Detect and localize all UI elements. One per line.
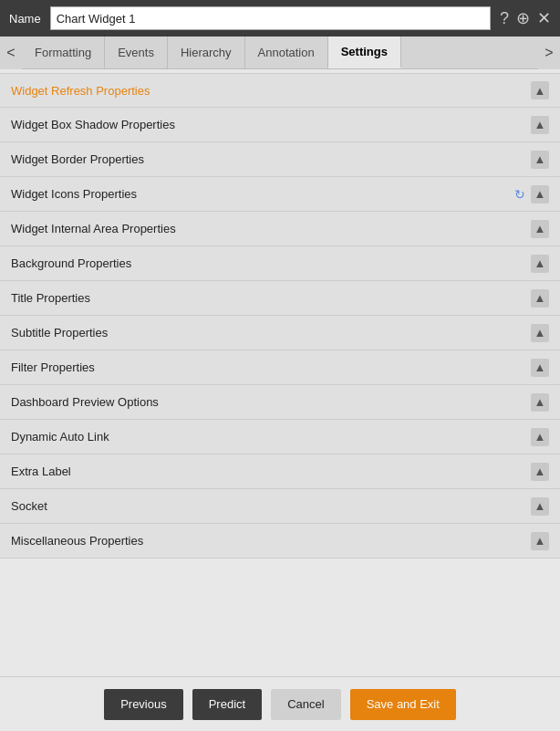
accordion-label-4: Widget Internal Area Properties [11, 222, 531, 235]
header-icons: ? ⊕ ✕ [500, 10, 551, 26]
tab-prev-btn[interactable]: < [0, 37, 22, 69]
accordion-label-7: Subtitle Properties [11, 326, 531, 339]
accordion-label-12: Socket [11, 499, 531, 513]
accordion-label-3: Widget Icons Properties [11, 187, 514, 201]
accordion-chevron-12[interactable]: ▲ [531, 497, 549, 516]
accordion-row-3[interactable]: Widget Icons Properties↻▲ [0, 177, 560, 212]
accordion-chevron-3[interactable]: ▲ [531, 185, 549, 204]
accordion-chevron-9[interactable]: ▲ [531, 393, 549, 412]
accordion-row-1[interactable]: Widget Box Shadow Properties▲ [0, 108, 560, 142]
accordion-chevron-5[interactable]: ▲ [531, 255, 549, 273]
accordion-row-12[interactable]: Socket▲ [0, 489, 560, 524]
accordion-chevron-7[interactable]: ▲ [531, 324, 549, 342]
move-icon[interactable]: ⊕ [516, 10, 530, 26]
help-icon[interactable]: ? [500, 10, 509, 26]
tab-formatting[interactable]: Formatting [22, 37, 105, 68]
accordion-refresh-icon-3[interactable]: ↻ [514, 187, 525, 202]
tab-hierarchy[interactable]: Hierarchy [168, 37, 245, 68]
accordion-chevron-4[interactable]: ▲ [531, 220, 549, 238]
accordion-label-10: Dynamic Auto Link [11, 430, 531, 444]
accordion-chevron-6[interactable]: ▲ [531, 289, 549, 308]
accordion-chevron-1[interactable]: ▲ [531, 116, 549, 134]
previous-button[interactable]: Previous [104, 689, 183, 720]
header: Name ? ⊕ ✕ [0, 0, 560, 37]
accordion-row-5[interactable]: Background Properties▲ [0, 246, 560, 281]
tab-settings[interactable]: Settings [328, 37, 401, 68]
accordion-label-9: Dashboard Preview Options [11, 395, 531, 409]
close-icon[interactable]: ✕ [537, 10, 551, 26]
cancel-button[interactable]: Cancel [271, 689, 340, 720]
accordion-chevron-2[interactable]: ▲ [531, 151, 549, 169]
accordion-chevron-10[interactable]: ▲ [531, 428, 549, 446]
tabs-list: Formatting Events Hierarchy Annotation S… [22, 37, 538, 68]
name-label: Name [9, 12, 41, 26]
widget-name-input[interactable] [50, 6, 491, 30]
accordion-label-13: Miscellaneous Properties [11, 534, 531, 548]
accordion-row-2[interactable]: Widget Border Properties▲ [0, 142, 560, 177]
accordion-row-9[interactable]: Dashboard Preview Options▲ [0, 385, 560, 420]
accordion-row-13[interactable]: Miscellaneous Properties▲ [0, 524, 560, 559]
accordion-row-0[interactable]: Widget Refresh Properties▲ [0, 73, 560, 108]
accordion-label-6: Title Properties [11, 291, 531, 305]
tabs-row: < Formatting Events Hierarchy Annotation… [0, 37, 560, 69]
accordion-chevron-0[interactable]: ▲ [531, 81, 549, 99]
accordion-row-8[interactable]: Filter Properties▲ [0, 350, 560, 385]
footer: Previous Predict Cancel Save and Exit [0, 676, 560, 731]
accordion-row-7[interactable]: Subtitle Properties▲ [0, 316, 560, 350]
accordion-row-4[interactable]: Widget Internal Area Properties▲ [0, 212, 560, 246]
predict-button[interactable]: Predict [192, 689, 262, 720]
accordion-chevron-11[interactable]: ▲ [531, 463, 549, 481]
accordion-label-1: Widget Box Shadow Properties [11, 118, 531, 131]
save-exit-button[interactable]: Save and Exit [350, 689, 456, 720]
accordion-label-8: Filter Properties [11, 360, 531, 374]
accordion-chevron-8[interactable]: ▲ [531, 359, 549, 377]
accordion-chevron-13[interactable]: ▲ [531, 532, 549, 550]
tab-events[interactable]: Events [105, 37, 168, 68]
accordion-label-11: Extra Label [11, 465, 531, 478]
accordion-label-5: Background Properties [11, 256, 531, 270]
tab-annotation[interactable]: Annotation [245, 37, 328, 68]
accordion-row-11[interactable]: Extra Label▲ [0, 454, 560, 489]
tab-next-btn[interactable]: > [538, 37, 560, 69]
accordion-row-6[interactable]: Title Properties▲ [0, 281, 560, 316]
main-content: Widget Refresh Properties▲Widget Box Sha… [0, 69, 560, 676]
accordion-label-0: Widget Refresh Properties [11, 84, 531, 98]
accordion-row-10[interactable]: Dynamic Auto Link▲ [0, 420, 560, 454]
accordion-label-2: Widget Border Properties [11, 152, 531, 166]
